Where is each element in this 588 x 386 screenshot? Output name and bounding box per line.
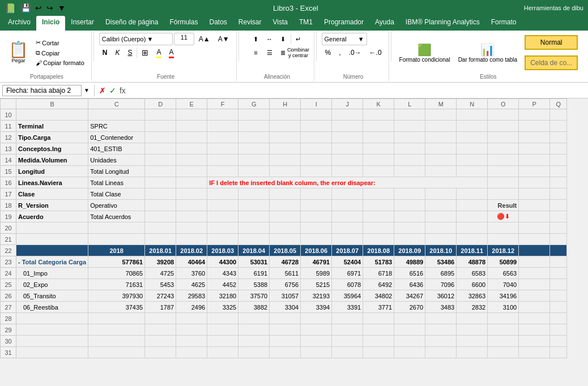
quick-access-toolbar[interactable]: 💾 ↩ ↪ ▼ xyxy=(19,2,67,14)
cell-g24[interactable]: 6191 xyxy=(238,268,270,279)
cell-h23[interactable]: 46728 xyxy=(270,256,301,268)
cell-h24[interactable]: 5611 xyxy=(270,268,301,279)
customize-button[interactable]: ▼ xyxy=(56,2,67,14)
cell-h10[interactable] xyxy=(270,109,301,121)
cell-f27[interactable]: 3325 xyxy=(207,302,238,313)
tab-ayuda[interactable]: Ayuda xyxy=(369,16,400,31)
align-left-button[interactable]: ≡ xyxy=(250,46,262,59)
merge-cells-button[interactable]: Combinar y centrar xyxy=(292,46,305,59)
cell-o18-result[interactable]: Result xyxy=(488,200,519,211)
cell-j25[interactable]: 6078 xyxy=(332,279,363,290)
row-31-header[interactable]: 31 xyxy=(1,347,16,358)
cell-j24[interactable]: 6971 xyxy=(332,268,363,279)
cell-p10[interactable] xyxy=(519,109,550,121)
cell-b27[interactable]: 06_Reestiba xyxy=(16,302,88,313)
cell-f22[interactable]: 2018.03 xyxy=(207,245,238,256)
cell-k27[interactable]: 3771 xyxy=(363,302,394,313)
cell-m10[interactable] xyxy=(425,109,457,121)
cell-b24[interactable]: 01_Impo xyxy=(16,268,88,279)
cell-m25[interactable]: 7096 xyxy=(425,279,457,290)
confirm-formula-icon[interactable]: ✓ xyxy=(109,86,116,95)
col-n[interactable]: N xyxy=(457,99,488,109)
tab-programador[interactable]: Programador xyxy=(318,16,369,31)
col-j[interactable]: J xyxy=(332,99,363,109)
cell-b15[interactable]: Longitud xyxy=(16,166,88,177)
cancel-formula-icon[interactable]: ✗ xyxy=(99,86,106,95)
col-l[interactable]: L xyxy=(394,99,425,109)
cell-i24[interactable]: 5989 xyxy=(301,268,332,279)
cell-g22[interactable]: 2018.04 xyxy=(238,245,270,256)
cell-style-box[interactable]: Celda de co... xyxy=(525,55,578,70)
col-i[interactable]: I xyxy=(301,99,332,109)
cell-c10[interactable] xyxy=(88,109,145,121)
increase-decimal-button[interactable]: .0→ xyxy=(346,46,365,59)
cell-q11[interactable] xyxy=(550,121,567,132)
col-e[interactable]: E xyxy=(176,99,207,109)
align-top-button[interactable]: ⬆ xyxy=(250,33,262,45)
cell-l11[interactable] xyxy=(394,121,425,132)
cell-f24[interactable]: 4343 xyxy=(207,268,238,279)
normal-style-box[interactable]: Normal xyxy=(525,35,578,50)
col-c[interactable]: C xyxy=(88,99,145,109)
row-15-header[interactable]: 15 xyxy=(1,166,16,177)
copy-format-button[interactable]: 🖌 Copiar formato xyxy=(32,58,88,67)
cell-j23[interactable]: 52404 xyxy=(332,256,363,268)
cell-b26[interactable]: 05_Transito xyxy=(16,290,88,302)
tab-inicio[interactable]: Inicio xyxy=(36,16,65,31)
cell-m27[interactable]: 3483 xyxy=(425,302,457,313)
font-color-button[interactable]: A xyxy=(165,46,177,59)
row-26-header[interactable]: 26 xyxy=(1,290,16,302)
row-14-header[interactable]: 14 xyxy=(1,155,16,166)
row-17-header[interactable]: 17 xyxy=(1,188,16,200)
font-size-selector[interactable]: 11 xyxy=(174,33,194,45)
tab-datos[interactable]: Datos xyxy=(203,16,232,31)
cell-g25[interactable]: 5388 xyxy=(238,279,270,290)
cell-b19[interactable]: Acuerdo xyxy=(16,211,88,222)
cell-j27[interactable]: 3391 xyxy=(332,302,363,313)
cell-n10[interactable] xyxy=(457,109,488,121)
row-25-header[interactable]: 25 xyxy=(1,279,16,290)
cell-c22[interactable]: 2018 xyxy=(88,245,145,256)
cell-j10[interactable] xyxy=(332,109,363,121)
cell-c26[interactable]: 397930 xyxy=(88,290,145,302)
cell-k22[interactable]: 2018.08 xyxy=(363,245,394,256)
tab-formulas[interactable]: Fórmulas xyxy=(164,16,203,31)
cell-m24[interactable]: 6895 xyxy=(425,268,457,279)
cell-c15[interactable]: Total Longitud xyxy=(88,166,145,177)
cell-c18[interactable]: Operativo xyxy=(88,200,145,211)
redo-button[interactable]: ↪ xyxy=(45,2,55,14)
cell-f23[interactable]: 44300 xyxy=(207,256,238,268)
row-11-header[interactable]: 11 xyxy=(1,121,16,132)
cell-b12[interactable]: Tipo.Carga xyxy=(16,132,88,143)
row-16-header[interactable]: 16 xyxy=(1,177,16,188)
cell-g11[interactable] xyxy=(238,121,270,132)
row-22-header[interactable]: 22 xyxy=(1,245,16,256)
align-center-button[interactable]: ☰ xyxy=(263,46,276,59)
cell-f25[interactable]: 4452 xyxy=(207,279,238,290)
cell-i11[interactable] xyxy=(301,121,332,132)
save-button[interactable]: 💾 xyxy=(19,2,32,14)
cell-i22[interactable]: 2018.06 xyxy=(301,245,332,256)
cell-m11[interactable] xyxy=(425,121,457,132)
cell-d10[interactable] xyxy=(145,109,176,121)
cell-n24[interactable]: 6583 xyxy=(457,268,488,279)
row-20-header[interactable]: 20 xyxy=(1,222,16,234)
cell-n11[interactable] xyxy=(457,121,488,132)
cell-o23[interactable]: 50899 xyxy=(488,256,519,268)
cell-o11[interactable] xyxy=(488,121,519,132)
cell-h22[interactable]: 2018.05 xyxy=(270,245,301,256)
cell-b10[interactable] xyxy=(16,109,88,121)
cell-f10[interactable] xyxy=(207,109,238,121)
cell-p11[interactable] xyxy=(519,121,550,132)
col-k[interactable]: K xyxy=(363,99,394,109)
cell-b11[interactable]: Terminal xyxy=(16,121,88,132)
cell-k10[interactable] xyxy=(363,109,394,121)
cell-d12[interactable] xyxy=(145,132,176,143)
cell-m26[interactable]: 36012 xyxy=(425,290,457,302)
cell-j22[interactable]: 2018.07 xyxy=(332,245,363,256)
cell-o25[interactable]: 7040 xyxy=(488,279,519,290)
cell-c19[interactable]: Total Acuerdos xyxy=(88,211,145,222)
cell-l27[interactable]: 2670 xyxy=(394,302,425,313)
cell-e25[interactable]: 4625 xyxy=(176,279,207,290)
cell-o22[interactable]: 2018.12 xyxy=(488,245,519,256)
